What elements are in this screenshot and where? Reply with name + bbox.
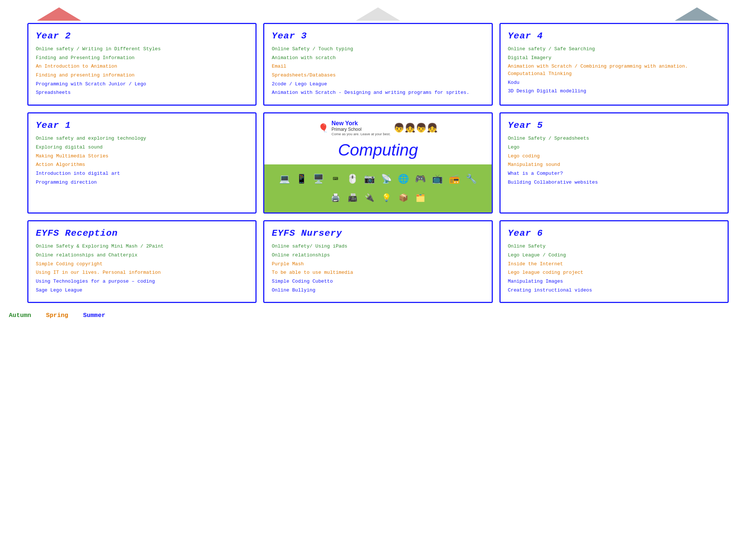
kids-icon: 👦👧👦👧	[394, 123, 438, 133]
year1-item-0: Online safety and exploring technology	[36, 135, 248, 142]
year3-item-3: Spreadsheets/Databases	[272, 72, 484, 79]
year3-card: Year 3Online Safety / Touch typingAnimat…	[263, 23, 492, 106]
tech-extra-1: 📠	[346, 193, 360, 203]
school-motto: Come as you are. Leave at your best.	[331, 132, 391, 136]
eyfs_reception-item-4: Using Technologies for a purpose – codin…	[36, 278, 248, 285]
year4-item-4: 3D Design Digital modelling	[508, 88, 720, 95]
year6-item-4: Manipulating Images	[508, 278, 720, 285]
year5-item-2: Lego coding	[508, 153, 720, 160]
tech-image: 💻📱🖥️⌨️🖱️📷📡🌐🎮📺📻🔧🖨️📠🔌💡📦🗂️	[264, 164, 491, 212]
school-name1: New York	[331, 120, 391, 127]
legend-item-0: Autumn	[9, 312, 31, 319]
tech-icon-8: 🎮	[413, 174, 427, 184]
year5-title: Year 5	[508, 120, 720, 130]
tech-icon-3: ⌨️	[329, 174, 343, 184]
eyfs_reception-title: EYFS Reception	[36, 228, 248, 238]
year4-item-2: Animation with Scratch / Combining progr…	[508, 63, 720, 77]
year5-item-5: Building Collaborative websites	[508, 179, 720, 186]
legend-item-2: Summer	[83, 312, 105, 319]
eyfs_nursery-item-0: Online safety/ Using iPads	[272, 243, 484, 250]
year3-item-4: 2code / Lego League	[272, 81, 484, 88]
year5-item-0: Online Safety / Spreadsheets	[508, 135, 720, 142]
eyfs_nursery-item-3: To be able to use multimedia	[272, 269, 484, 276]
year2-item-2: An Introduction to Animation	[36, 63, 248, 70]
year6-item-1: Lego League / Coding	[508, 252, 720, 259]
year6-card: Year 6Online SafetyLego League / CodingI…	[499, 220, 729, 303]
year6-item-3: Lego league coding project	[508, 269, 720, 276]
eyfs_nursery-title: EYFS Nursery	[272, 228, 484, 238]
year1-item-2: Making Multimedia Stories	[36, 153, 248, 160]
eyfs_reception-item-5: Sage Lego League	[36, 287, 248, 294]
tech-extra-5: 🗂️	[413, 193, 427, 203]
year3-item-2: Email	[272, 63, 484, 70]
year4-card: Year 4Online safety / Safe SearchingDigi…	[499, 23, 729, 106]
tech-icon-10: 📻	[447, 174, 461, 184]
year3-item-1: Animation with scratch	[272, 54, 484, 62]
year5-item-3: Manipulating sound	[508, 161, 720, 168]
tech-extra-2: 🔌	[362, 193, 377, 203]
year2-item-4: Programming with Scratch Junior / Lego	[36, 81, 248, 88]
tech-icon-2: 🖥️	[312, 174, 326, 184]
tech-icon-1: 📱	[295, 174, 309, 184]
year1-card: Year 1Online safety and exploring techno…	[27, 112, 257, 214]
year2-card: Year 2Online safety / Writing in Differe…	[27, 23, 257, 106]
eyfs_reception-item-0: Online Safety & Exploring Mini Mash / 2P…	[36, 243, 248, 250]
year6-title: Year 6	[508, 228, 720, 238]
main-grid: Year 2Online safety / Writing in Differe…	[27, 23, 729, 303]
eyfs_nursery-item-2: Purple Mash	[272, 260, 484, 268]
eyfs_nursery-item-4: Simple Coding Cubetto	[272, 278, 484, 285]
school-logo-area: 🎈 New York Primary School Come as you ar…	[264, 113, 491, 140]
year3-item-5: Animation with Scratch - Designing and w…	[272, 89, 484, 96]
eyfs-reception-card: EYFS ReceptionOnline Safety & Exploring …	[27, 220, 257, 303]
year4-item-0: Online safety / Safe Searching	[508, 45, 720, 53]
year1-item-5: Programming direction	[36, 179, 248, 186]
year2-item-0: Online safety / Writing in Different Sty…	[36, 45, 248, 53]
year6-item-2: Inside the Internet	[508, 260, 720, 268]
legend-row: AutumnSpringSummer	[7, 312, 749, 319]
tech-extra-0: 🖨️	[329, 193, 343, 203]
tech-icon-5: 📷	[362, 174, 377, 184]
tech-icon-0: 💻	[278, 174, 292, 184]
tech-extra-4: 📦	[396, 193, 410, 203]
year2-item-5: Spreadsheets	[36, 89, 248, 96]
year5-card: Year 5Online Safety / SpreadsheetsLegoLe…	[499, 112, 729, 214]
year5-item-1: Lego	[508, 144, 720, 151]
year2-item-1: Finding and Presenting Information	[36, 54, 248, 62]
year1-item-3: Action Algorithms	[36, 161, 248, 168]
tech-extra-3: 💡	[379, 193, 394, 203]
year2-title: Year 2	[36, 31, 248, 41]
tech-icon-6: 📡	[379, 174, 394, 184]
year4-item-1: Digital Imagery	[508, 54, 720, 62]
year3-title: Year 3	[272, 31, 484, 41]
school-name-block: New York Primary School Come as you are.…	[331, 120, 391, 136]
legend-item-1: Spring	[46, 312, 68, 319]
year4-title: Year 4	[508, 31, 720, 41]
balloon-icon: 🎈	[318, 123, 329, 133]
tech-icon-11: 🔧	[464, 174, 478, 184]
school-name2: Primary School	[331, 127, 391, 132]
year4-item-3: Kodu	[508, 79, 720, 86]
center-card: 🎈 New York Primary School Come as you ar…	[263, 112, 492, 214]
tech-icon-4: 🖱️	[346, 174, 360, 184]
eyfs_reception-item-3: Using IT in our lives. Personal informat…	[36, 269, 248, 276]
tech-icon-9: 📺	[430, 174, 444, 184]
year5-item-4: What is a Computer?	[508, 170, 720, 177]
year1-item-1: Exploring digital sound	[36, 144, 248, 151]
tech-icon-7: 🌐	[396, 174, 410, 184]
year1-item-4: Introduction into digital art	[36, 170, 248, 177]
computing-title: Computing	[331, 140, 426, 164]
year3-item-0: Online Safety / Touch typing	[272, 45, 484, 53]
eyfs_reception-item-2: Simple Coding copyright	[36, 260, 248, 268]
eyfs_nursery-item-5: Online Bullying	[272, 287, 484, 294]
year6-item-0: Online Safety	[508, 243, 720, 250]
year1-title: Year 1	[36, 120, 248, 130]
top-decoration	[7, 7, 749, 21]
year6-item-5: Creating instructional videos	[508, 287, 720, 294]
eyfs-nursery-card: EYFS NurseryOnline safety/ Using iPadsOn…	[263, 220, 492, 303]
eyfs_nursery-item-1: Online relationships	[272, 252, 484, 259]
eyfs_reception-item-1: Online relationships and Chatterpix	[36, 252, 248, 259]
year2-item-3: Finding and presenting information	[36, 72, 248, 79]
